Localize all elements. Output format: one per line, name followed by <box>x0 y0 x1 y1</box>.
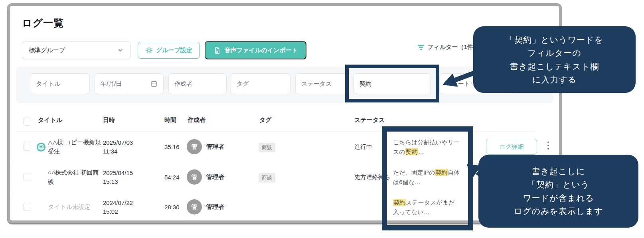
chevron-down-icon <box>117 47 124 53</box>
creator-name: 管理者 <box>206 192 242 222</box>
log-title[interactable]: ○○株式会社 初回商談 <box>48 162 104 192</box>
row-checkbox[interactable] <box>23 173 31 181</box>
filter-tag-input[interactable]: タグ <box>231 73 290 94</box>
table-row: タイトル未設定 2024/07/2215:02 28:30 管 管理者 契約ステ… <box>10 192 559 222</box>
filter-bar: タイトル 年/月/日 作成者 タグ ステータス 契 <box>16 67 553 103</box>
log-detail-button[interactable]: ログ詳細 <box>486 139 537 155</box>
annotation-box-transcript-filter <box>345 65 439 102</box>
log-duration: 54:24 <box>164 162 188 192</box>
log-title[interactable]: タイトル未設定 <box>48 192 104 222</box>
annotation-box-snippet-column <box>382 126 473 230</box>
filter-date-input[interactable]: 年/月/日 <box>95 73 164 94</box>
page-title: ログ一覧 <box>22 16 64 30</box>
select-all-checkbox[interactable] <box>23 118 31 126</box>
kebab-menu-icon[interactable] <box>547 142 549 149</box>
log-datetime: 2024/07/2215:02 <box>103 192 148 222</box>
group-select-value: 標準グループ <box>29 47 65 54</box>
filter-creator-input[interactable]: 作成者 <box>168 73 227 94</box>
log-duration: 35:16 <box>164 132 188 162</box>
creator-avatar: 管 <box>187 199 202 214</box>
gear-icon <box>145 47 153 54</box>
creator-name: 管理者 <box>206 162 242 192</box>
creator-name: 管理者 <box>206 132 242 162</box>
file-upload-icon <box>213 47 221 54</box>
log-title[interactable]: △△様 コピー機新規受注 <box>48 132 104 162</box>
log-datetime: 2025/07/0311:34 <box>103 132 148 162</box>
filter-icon <box>418 43 424 51</box>
creator-avatar: 管 <box>187 139 202 154</box>
group-select[interactable]: 標準グループ <box>22 41 130 59</box>
filter-indicator-label: フィルター（1件） <box>427 43 479 51</box>
header-creator: 作成者 <box>188 116 205 124</box>
group-settings-label: グループ設定 <box>156 47 192 54</box>
filter-title-input[interactable]: タイトル <box>30 73 90 94</box>
row-checkbox[interactable] <box>23 143 31 151</box>
header-tag: タグ <box>259 116 272 124</box>
group-settings-button[interactable]: グループ設定 <box>138 42 200 59</box>
filter-status-input[interactable]: ステータス <box>295 73 351 94</box>
log-duration: 28:30 <box>164 192 188 222</box>
filter-indicator[interactable]: フィルター（1件） <box>418 43 479 51</box>
creator-avatar: 管 <box>187 169 202 185</box>
table-row: △△様 コピー機新規受注 2025/07/0311:34 35:16 管 管理者… <box>10 132 559 162</box>
row-checkbox[interactable] <box>23 203 31 211</box>
header-duration: 時間 <box>164 116 176 124</box>
import-audio-label: 音声ファイルのインポート <box>225 47 298 54</box>
table-row: ○○株式会社 初回商談 2025/04/1515:13 54:24 管 管理者 … <box>10 162 559 192</box>
import-audio-button[interactable]: 音声ファイルのインポート <box>205 41 306 59</box>
header-datetime: 日時 <box>103 116 115 124</box>
log-datetime: 2025/04/1515:13 <box>103 162 148 192</box>
screenshot: ログ一覧 標準グループ グループ設定 音声ファイルのインポート <box>0 0 644 238</box>
globe-icon <box>36 142 46 152</box>
callout-result-explanation: 書き起こしに 「契約」という ワードが含まれる ログのみを表示します <box>478 155 638 228</box>
header-title: タイトル <box>38 116 62 124</box>
calendar-icon <box>150 80 158 87</box>
callout-input-instruction: 「契約」というワードを フィルターの 書き起こしテキスト欄 に入力する <box>473 26 636 93</box>
tag-badge: 商談 <box>259 143 275 152</box>
tag-badge: 商談 <box>259 173 275 183</box>
header-status: ステータス <box>354 116 385 124</box>
